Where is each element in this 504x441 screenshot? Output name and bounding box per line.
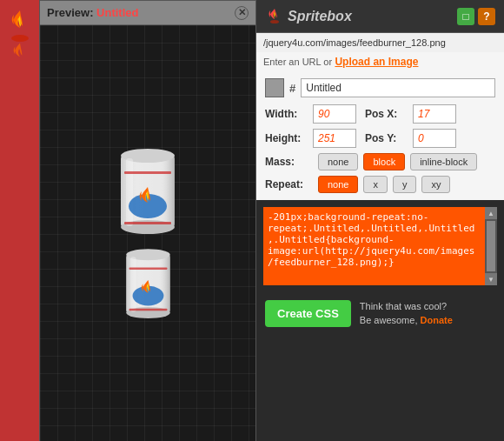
preview-titlebar: Preview: Untitled ✕ [40, 1, 255, 25]
svg-point-17 [270, 20, 279, 23]
can-container [114, 145, 182, 323]
pos-x-input[interactable] [413, 104, 456, 124]
footer-section: Create CSS Think that was cool? Be aweso… [256, 295, 504, 332]
logo-name: Spritebox [288, 9, 352, 23]
svg-rect-8 [124, 222, 171, 224]
width-label: Width: [265, 108, 304, 120]
repeat-label: Repeat: [265, 178, 313, 190]
height-label: Height: [265, 132, 304, 144]
donate-text: Think that was cool? Be awesome, Donate [360, 300, 453, 327]
controls-section: # Width: Pos X: Height: Pos Y: Mass: non… [256, 71, 504, 200]
right-panel: Spritebox □ ? Enter an URL or Upload an … [256, 0, 504, 441]
svg-rect-5 [126, 158, 133, 226]
scroll-thumb [487, 221, 495, 271]
be-text: Be awesome, [360, 315, 418, 325]
preview-title-name: Untitled [96, 6, 138, 19]
svg-rect-13 [130, 257, 136, 312]
fire-icon-sidebar-small [10, 42, 30, 68]
fullscreen-icon: □ [462, 10, 468, 23]
preview-window: Preview: Untitled ✕ [39, 0, 256, 441]
svg-rect-16 [129, 308, 167, 310]
scroll-up-arrow[interactable]: ▲ [485, 207, 497, 219]
svg-rect-7 [124, 171, 171, 174]
spritebox-logo-icon [265, 7, 284, 26]
donate-link[interactable]: Donate [421, 315, 453, 325]
width-row: Width: Pos X: [265, 104, 495, 124]
mass-label: Mass: [265, 156, 313, 168]
name-input[interactable] [301, 78, 495, 97]
create-css-button[interactable]: Create CSS [265, 300, 351, 327]
width-input[interactable] [313, 104, 356, 124]
mass-none-button[interactable]: none [318, 153, 358, 170]
left-panel: Preview: Untitled ✕ [0, 0, 256, 441]
scroll-down-arrow[interactable]: ▼ [485, 273, 497, 285]
css-wrapper: -201px;background-repeat:no-repeat;.Unti… [263, 207, 497, 288]
name-row: # [265, 78, 495, 97]
help-button[interactable]: ? [478, 8, 495, 25]
fire-icon-sidebar [7, 9, 33, 42]
repeat-row: Repeat: none x y xy [265, 176, 495, 193]
think-text: Think that was cool? [360, 301, 447, 311]
can-image-1 [114, 145, 182, 239]
color-swatch[interactable] [265, 78, 284, 97]
pos-y-input[interactable] [413, 129, 456, 148]
can-image-2 [120, 246, 176, 323]
url-input[interactable] [256, 33, 504, 52]
mass-inline-block-button[interactable]: inline-block [410, 153, 477, 170]
mass-row: Mass: none block inline-block [265, 153, 495, 170]
css-output-section: -201px;background-repeat:no-repeat;.Unti… [256, 200, 504, 295]
spritebox-header: Spritebox □ ? [256, 0, 504, 33]
header-icons: □ ? [457, 8, 495, 25]
close-button[interactable]: ✕ [235, 6, 249, 20]
height-input[interactable] [313, 129, 356, 148]
repeat-xy-button[interactable]: xy [421, 176, 450, 193]
repeat-y-button[interactable]: y [393, 176, 417, 193]
left-sidebar [0, 0, 39, 441]
pos-x-label: Pos X: [365, 108, 404, 120]
svg-rect-15 [129, 267, 167, 269]
fullscreen-button[interactable]: □ [457, 8, 474, 25]
url-section: Enter an URL or Upload an Image [256, 33, 504, 71]
pos-y-label: Pos Y: [365, 132, 404, 144]
css-output-textarea[interactable]: -201px;background-repeat:no-repeat;.Unti… [263, 207, 485, 285]
enter-url-text: Enter an URL or [263, 57, 332, 67]
mass-block-button[interactable]: block [363, 153, 405, 170]
height-row: Height: Pos Y: [265, 129, 495, 148]
preview-content [40, 25, 255, 441]
repeat-x-button[interactable]: x [363, 176, 388, 193]
spritebox-logo: Spritebox [265, 7, 352, 26]
logo-text: Spritebox [288, 9, 352, 24]
upload-section: Enter an URL or Upload an Image [256, 52, 504, 71]
svg-point-0 [11, 35, 29, 42]
hash-symbol: # [289, 82, 295, 95]
preview-title: Preview: Untitled [47, 6, 138, 19]
upload-image-link[interactable]: Upload an Image [335, 56, 418, 68]
repeat-none-button[interactable]: none [318, 176, 358, 193]
css-scrollbar[interactable]: ▲ ▼ [485, 207, 497, 285]
help-icon: ? [483, 10, 489, 23]
